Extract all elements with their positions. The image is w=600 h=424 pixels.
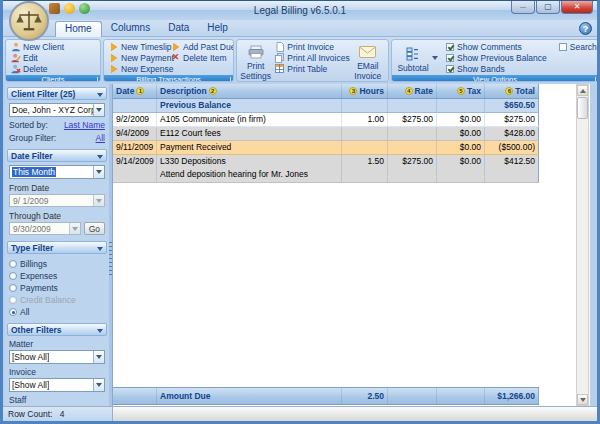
app-logo[interactable] — [9, 1, 49, 41]
radio-all[interactable]: All — [9, 307, 105, 317]
amount-due-total: $1,266.00 — [485, 388, 539, 404]
table-row[interactable]: 9/4/2009 E112 Court fees $0.00 $428.00 — [113, 127, 539, 141]
email-invoice-button[interactable]: EMail Invoice — [350, 41, 386, 81]
print-invoice-button[interactable]: Print Invoice — [272, 41, 349, 52]
vertical-scrollbar[interactable] — [576, 84, 589, 406]
delete-item-button[interactable]: ✕ Delete Item — [168, 52, 234, 63]
new-payment-button[interactable]: New Payment — [106, 52, 168, 63]
tab-columns[interactable]: Columns — [102, 20, 159, 37]
dialog-launcher-icon[interactable] — [92, 77, 98, 82]
dialog-launcher-icon[interactable] — [590, 77, 596, 82]
table-row[interactable]: 9/2/2009 A105 Communicate (in firm) 1.00… — [113, 113, 539, 127]
date-filter-header[interactable]: Date Filter — [7, 149, 107, 162]
yellow-arrow-icon — [170, 42, 181, 52]
new-expense-button[interactable]: New Expense — [106, 63, 168, 74]
group-label-clients[interactable]: Clients — [6, 75, 100, 82]
column-header-date[interactable]: Date 1 — [113, 84, 157, 98]
amount-due-label: Amount Due — [157, 388, 342, 404]
group-filter-link[interactable]: All — [96, 133, 105, 143]
column-header-description[interactable]: Description 2 — [157, 84, 342, 98]
chevron-down-icon — [97, 329, 103, 333]
search-footer-checkbox[interactable]: Search Footer — [557, 41, 599, 52]
column-badge: 1 — [136, 87, 144, 95]
new-timeslip-button[interactable]: New Timeslip — [106, 41, 168, 52]
go-button[interactable]: Go — [84, 222, 105, 235]
radio-expenses[interactable]: Expenses — [9, 271, 105, 281]
combo-arrow-icon[interactable] — [93, 351, 104, 363]
checkbox-checked-icon — [446, 65, 454, 73]
delete-client-button[interactable]: Delete — [8, 63, 64, 74]
radio-icon — [9, 272, 17, 280]
table-grid-icon — [274, 64, 285, 74]
date-picker-icon[interactable] — [69, 223, 80, 234]
table-row[interactable]: 9/14/2009 L330 Depositions Attend deposi… — [113, 155, 539, 183]
row-description: L330 Depositions — [160, 155, 338, 168]
scroll-up-icon[interactable] — [577, 85, 588, 96]
chevron-down-icon — [97, 93, 103, 97]
column-header-tax[interactable]: 5 Tax — [437, 84, 485, 98]
document-icon — [274, 42, 285, 52]
tab-data[interactable]: Data — [159, 20, 198, 37]
yellow-arrow-icon — [108, 64, 119, 74]
date-preset-select[interactable]: This Month — [9, 165, 105, 179]
yellow-arrow-icon — [108, 53, 119, 63]
yellow-arrow-icon — [108, 42, 119, 52]
close-button[interactable] — [561, 1, 593, 14]
status-bar: Row Count: 4 — [3, 406, 597, 421]
radio-billings[interactable]: Billings — [9, 259, 105, 269]
invoice-select[interactable]: [Show All] — [9, 378, 105, 392]
print-table-button[interactable]: Print Table — [272, 63, 349, 74]
previous-balance-row[interactable]: Previous Balance $650.50 — [113, 99, 539, 113]
type-filter-body: Billings Expenses Payments Credit Balanc… — [7, 254, 107, 321]
subtotal-button[interactable]: Subtotal — [394, 43, 432, 73]
radio-icon — [9, 284, 17, 292]
subtotal-dropdown-icon[interactable] — [432, 56, 438, 60]
radio-payments[interactable]: Payments — [9, 283, 105, 293]
scrollbar-thumb[interactable] — [577, 97, 588, 119]
show-comments-checkbox[interactable]: Show Comments — [444, 41, 547, 52]
add-past-due-interest-button[interactable]: Add Past Due Interest — [168, 41, 234, 52]
window-controls — [510, 1, 593, 14]
table-row-payment-highlighted[interactable]: 9/11/2009 Payment Received $0.00 ($500.0… — [113, 141, 539, 155]
column-header-total[interactable]: 6 Total — [485, 84, 539, 98]
column-header-hours[interactable]: 3 Hours — [342, 84, 388, 98]
group-label-view-options[interactable]: View Options — [392, 75, 598, 82]
client-filter-header[interactable]: Client Filter (25) — [7, 87, 107, 100]
type-filter-header[interactable]: Type Filter — [7, 241, 107, 254]
legal-billing-window: Legal Billing v6.5.0.1 Home Columns Data… — [0, 0, 600, 424]
scroll-down-icon[interactable] — [577, 394, 588, 405]
client-filter-body: Doe, John - XYZ Corporation Sorted by: L… — [7, 100, 107, 147]
printer-icon — [248, 43, 264, 61]
column-header-rate[interactable]: 4 Rate — [388, 84, 437, 98]
combo-arrow-icon[interactable] — [93, 104, 104, 116]
billing-grid: Date 1 Description 2 3 Hours 4 Rate 5 Ta… — [112, 84, 590, 406]
matter-select[interactable]: [Show All] — [9, 350, 105, 364]
through-date-input[interactable]: 9/30/2009 — [9, 222, 81, 235]
combo-arrow-icon[interactable] — [93, 166, 104, 178]
group-label-billing-transactions[interactable]: Billing Transactions — [104, 75, 233, 82]
date-picker-icon[interactable] — [93, 195, 104, 206]
maximize-button[interactable] — [536, 1, 560, 14]
show-previous-balance-checkbox[interactable]: Show Previous Balance — [444, 52, 547, 63]
help-icon[interactable] — [579, 22, 592, 35]
edit-client-button[interactable]: Edit — [8, 52, 64, 63]
dialog-launcher-icon[interactable] — [225, 77, 231, 82]
client-select[interactable]: Doe, John - XYZ Corporation — [9, 103, 105, 117]
row-count: Row Count: 4 — [3, 407, 113, 422]
chevron-down-icon — [97, 247, 103, 251]
sorted-by-link[interactable]: Last Name — [64, 120, 105, 130]
show-bands-checkbox[interactable]: Show Bands — [444, 63, 547, 74]
combo-arrow-icon[interactable] — [93, 379, 104, 391]
tab-home[interactable]: Home — [55, 21, 102, 37]
from-date-input[interactable]: 9/ 1/2009 — [9, 194, 105, 207]
tab-help[interactable]: Help — [198, 20, 237, 37]
print-all-invoices-button[interactable]: Print All Invoices — [272, 52, 349, 63]
new-client-button[interactable]: New Client — [8, 41, 64, 52]
other-filters-header[interactable]: Other Filters — [7, 323, 107, 336]
ribbon-group-clients: New Client Edit Delete — [5, 39, 101, 82]
radio-icon — [9, 260, 17, 268]
group-filter-label: Group Filter: — [9, 133, 56, 143]
ribbon-group-billing-transactions: New Timeslip New Payment New Expense Add — [103, 39, 234, 82]
print-settings-button[interactable]: Print Settings — [239, 41, 272, 81]
minimize-button[interactable] — [511, 1, 535, 14]
